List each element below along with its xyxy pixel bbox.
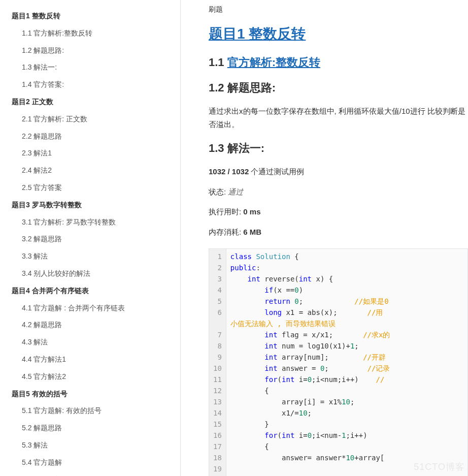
toc-item[interactable]: 2.1 官方解析: 正文数	[0, 111, 180, 128]
toc-item[interactable]: 2.2 解题思路	[0, 128, 180, 145]
section-1-3: 1.3 解法一:	[209, 141, 468, 156]
status-label: 状态:	[209, 187, 228, 196]
toc-item[interactable]: 4.4 官方解法1	[0, 351, 180, 368]
toc-item[interactable]: 1.1 官方解析:整数反转	[0, 25, 180, 42]
toc-item[interactable]: 3.3 解法	[0, 248, 180, 265]
toc-item[interactable]: 2.4 解法2	[0, 162, 180, 179]
tests-count: 1032 / 1032	[209, 167, 249, 176]
problem-title[interactable]: 题目1 整数反转	[209, 24, 468, 44]
toc-item[interactable]: 题目1 整数反转	[0, 8, 180, 25]
toc-item[interactable]: 1.4 官方答案:	[0, 76, 180, 93]
status-line: 状态: 通过	[209, 185, 468, 199]
time-line: 执行用时: 0 ms	[209, 205, 468, 218]
time-label: 执行用时:	[209, 207, 243, 216]
toc-item[interactable]: 3.2 解题思路	[0, 231, 180, 248]
mem-label: 内存消耗:	[209, 228, 243, 236]
toc-item[interactable]: 4.3 解法	[0, 334, 180, 351]
code-block: 1 2 3 4 5 6 7 8 9 10 11 12 13 14 15 16 1…	[209, 248, 468, 476]
toc-item[interactable]: 题目2 正文数	[0, 93, 180, 111]
toc-item[interactable]: 5.2 解题思路	[0, 420, 180, 437]
sidebar-toc[interactable]: 题目1 整数反转1.1 官方解析:整数反转1.2 解题思路:1.3 解法一:1.…	[0, 0, 180, 476]
toc-item[interactable]: 5.3 解法	[0, 437, 180, 454]
time-value: 0 ms	[243, 207, 260, 216]
breadcrumb: 刷题	[209, 5, 468, 14]
toc-item[interactable]: 3.4 别人比较好的解法	[0, 265, 180, 282]
official-analysis-link[interactable]: 官方解析:整数反转	[227, 56, 320, 69]
mem-line: 内存消耗: 6 MB	[209, 226, 468, 239]
section-1-2: 1.2 解题思路:	[209, 80, 468, 96]
toc-item[interactable]: 5.1 官方题解: 有效的括号	[0, 402, 180, 420]
toc-item[interactable]: 2.5 官方答案	[0, 179, 180, 197]
section-1-1: 1.1 官方解析:整数反转	[209, 55, 468, 70]
code-gutter: 1 2 3 4 5 6 7 8 9 10 11 12 13 14 15 16 1…	[209, 249, 226, 476]
status-value: 通过	[228, 187, 243, 196]
toc-item[interactable]: 题目5 有效的括号	[0, 386, 180, 403]
tests-tail: 个通过测试用例	[249, 167, 304, 176]
toc-item[interactable]: 1.2 解题思路:	[0, 42, 180, 59]
mem-value: 6 MB	[243, 228, 261, 236]
toc-item[interactable]: 5.4 官方题解	[0, 454, 180, 471]
toc-item[interactable]: 3.1 官方解析: 罗马数字转整数	[0, 214, 180, 231]
toc-item[interactable]: 4.5 官方解法2	[0, 368, 180, 386]
toc-item[interactable]: 题目3 罗马数字转整数	[0, 197, 180, 214]
toc-item[interactable]: 题目4 合并两个有序链表	[0, 282, 180, 300]
main-content: 刷题 题目1 整数反转 1.1 官方解析:整数反转 1.2 解题思路: 通过求出…	[181, 0, 468, 476]
solution-idea: 通过求出x的每一位数字保存在数组中, 利用循环依最大值/10进行 比较判断是否溢…	[209, 105, 468, 131]
toc-item[interactable]: 题目6 删除排序链表中的重复元素	[0, 471, 180, 476]
section-prefix: 1.1	[209, 56, 227, 69]
code-content: class Solution {public: int reverse(int …	[226, 249, 467, 476]
toc-item[interactable]: 1.3 解法一:	[0, 59, 180, 76]
tests-passed: 1032 / 1032 个通过测试用例	[209, 165, 468, 178]
toc-item[interactable]: 2.3 解法1	[0, 145, 180, 162]
toc-item[interactable]: 4.1 官方题解 : 合并两个有序链表	[0, 300, 180, 317]
toc-item[interactable]: 4.2 解题思路	[0, 316, 180, 334]
